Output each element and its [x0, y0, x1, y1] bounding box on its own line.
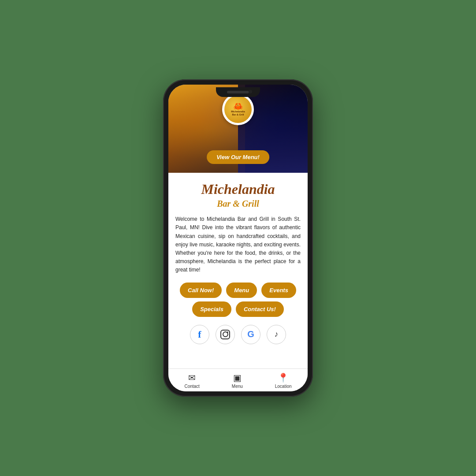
restaurant-title: Michelandia: [175, 182, 301, 197]
contact-nav-icon: ✉: [188, 372, 196, 383]
contact-us-button[interactable]: Contact Us!: [236, 301, 284, 317]
google-icon[interactable]: G: [241, 325, 260, 344]
front-camera: [249, 90, 252, 93]
phone-screen: 🦀 MichelandiaBar & Grill View Our Menu! …: [168, 85, 308, 391]
phone-notch: [216, 87, 260, 97]
call-now-button[interactable]: Call Now!: [180, 283, 222, 298]
facebook-icon[interactable]: f: [190, 325, 209, 344]
logo-circle: 🦀 MichelandiaBar & Grill: [222, 93, 254, 125]
location-nav-icon: 📍: [278, 372, 289, 383]
speaker: [227, 91, 249, 93]
location-nav-label: Location: [275, 384, 292, 389]
specials-button[interactable]: Specials: [192, 301, 231, 317]
tiktok-icon[interactable]: ♪: [267, 325, 286, 344]
contact-nav-label: Contact: [184, 384, 199, 389]
buttons-row-1: Call Now! Menu Events: [175, 283, 301, 298]
menu-nav-label: Menu: [232, 384, 243, 389]
view-menu-button[interactable]: View Our Menu!: [207, 150, 269, 164]
nav-contact[interactable]: ✉ Contact: [184, 372, 199, 389]
bottom-navigation: ✉ Contact ▣ Menu 📍 Location: [168, 368, 308, 391]
instagram-icon[interactable]: [216, 325, 235, 344]
logo-crab-emoji: 🦀: [233, 102, 243, 110]
restaurant-subtitle: Bar & Grill: [175, 199, 301, 209]
buttons-row-2: Specials Contact Us!: [175, 301, 301, 317]
nav-menu[interactable]: ▣ Menu: [232, 372, 243, 389]
logo-inner: 🦀 MichelandiaBar & Grill: [224, 96, 252, 123]
events-button[interactable]: Events: [261, 283, 296, 298]
content-section: Michelandia Bar & Grill Welcome to Miche…: [168, 173, 308, 368]
social-icons-row: f G ♪: [175, 325, 301, 344]
nav-location[interactable]: 📍 Location: [275, 372, 292, 389]
phone-frame: 🦀 MichelandiaBar & Grill View Our Menu! …: [163, 79, 313, 397]
restaurant-description: Welcome to Michelandia Bar and Grill in …: [175, 215, 301, 274]
logo-text: MichelandiaBar & Grill: [231, 110, 245, 116]
menu-nav-icon: ▣: [233, 372, 242, 383]
hero-section: 🦀 MichelandiaBar & Grill View Our Menu!: [168, 85, 308, 173]
menu-button[interactable]: Menu: [226, 283, 257, 298]
